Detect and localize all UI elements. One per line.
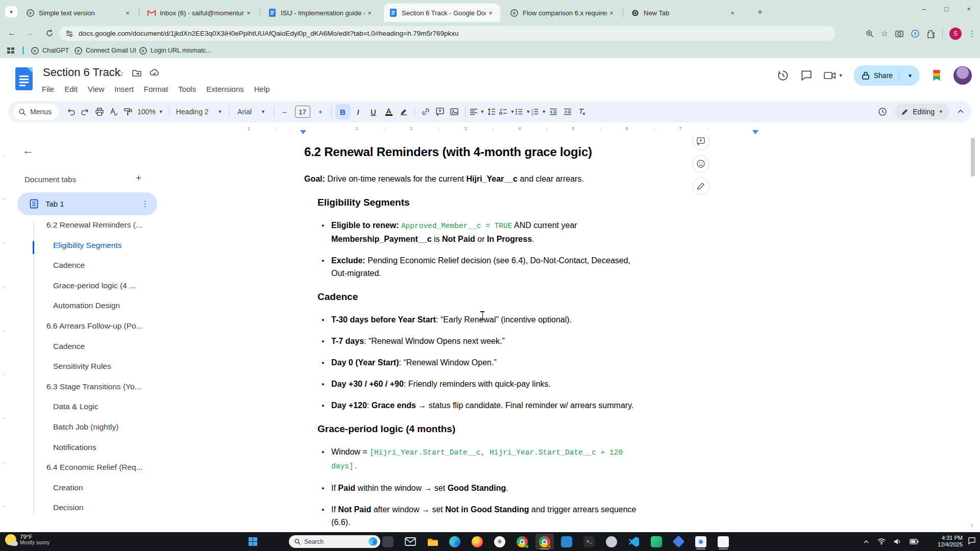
decrease-indent-button[interactable] (546, 105, 560, 119)
left-indent-marker[interactable] (300, 130, 306, 134)
outline-item-9[interactable]: 6.3 Stage Transitions (Yo... (46, 382, 141, 391)
add-comment-button[interactable] (433, 105, 447, 119)
outline-item-13[interactable]: 6.4 Economic Relief (Req... (46, 463, 143, 472)
insert-link-button[interactable] (419, 105, 433, 119)
colorful-ribbon-icon[interactable] (930, 69, 943, 82)
bulleted-list-button[interactable]: ▼ (514, 105, 530, 119)
menu-format[interactable]: Format (139, 83, 174, 95)
right-indent-marker[interactable] (752, 130, 758, 134)
browser-menu-kebab-icon[interactable]: ⋮ (968, 29, 976, 38)
activity-refresh-icon[interactable] (877, 107, 888, 117)
address-bar[interactable]: docs.google.com/document/d/1jkdXn2EE3q0X… (59, 26, 835, 41)
comments-icon[interactable] (800, 69, 813, 82)
tab-close-icon[interactable]: × (486, 8, 495, 17)
move-to-folder-icon[interactable] (132, 68, 142, 78)
hidden-icons-chevron[interactable] (863, 539, 869, 545)
numbered-list-button[interactable]: 123▼ (530, 105, 546, 119)
increase-indent-button[interactable] (560, 105, 575, 119)
weather-widget[interactable]: 79°F Mostly sunny (5, 534, 50, 545)
browser-tab-3[interactable]: ISIJ - Implementation guide - G× (263, 4, 379, 22)
add-comment-margin-button[interactable] (692, 135, 709, 150)
taskbar-app-green-icon[interactable] (647, 534, 666, 549)
meet-video-button[interactable]: ▼ (823, 69, 843, 82)
bold-button[interactable]: B (335, 104, 351, 119)
volume-icon[interactable] (894, 538, 901, 545)
window-minimize-button[interactable]: – (913, 0, 935, 17)
browser-tab-4[interactable]: Section 6 Track - Google Docs× (384, 4, 500, 22)
menus-search-button[interactable]: Menus (13, 104, 59, 120)
text-color-button[interactable]: A (381, 104, 397, 119)
taskbar-app-blue-icon[interactable] (557, 534, 576, 549)
apps-grid-icon[interactable] (7, 47, 14, 54)
browser-profile-avatar[interactable]: S (949, 28, 962, 40)
taskbar-app-gray-icon[interactable] (602, 534, 621, 549)
extensions-puzzle-icon[interactable] (926, 29, 936, 38)
tab-search-button[interactable]: ▾ (5, 6, 17, 17)
menu-edit[interactable]: Edit (59, 83, 83, 95)
collapse-panel-chevron-icon[interactable]: ‹ (970, 521, 973, 529)
underline-button[interactable]: U (366, 104, 381, 119)
line-spacing-button[interactable] (484, 105, 499, 119)
close-sidebar-arrow[interactable]: ← (22, 144, 34, 157)
font-size-input[interactable]: 17 (295, 106, 310, 118)
cloud-saved-icon[interactable] (149, 68, 160, 78)
outline-item-11[interactable]: Batch Job (nightly) (53, 422, 118, 432)
add-emoji-margin-button[interactable] (692, 155, 709, 172)
taskbar-terminal-icon[interactable]: >_ (580, 534, 598, 549)
print-button[interactable] (92, 105, 107, 119)
account-avatar[interactable] (953, 66, 972, 85)
italic-button[interactable]: I (351, 104, 366, 119)
tab-options-kebab-icon[interactable]: ⋮ (141, 199, 149, 209)
outline-item-3[interactable]: Cadence (53, 261, 85, 270)
taskbar-window-app-1-icon[interactable] (692, 534, 710, 549)
new-tab-button[interactable]: + (754, 7, 766, 18)
hide-menus-chevron-icon[interactable] (957, 108, 965, 116)
window-close-button[interactable]: × (958, 0, 980, 17)
styles-select[interactable]: Heading 2▼ (173, 105, 226, 119)
document-scrollbar[interactable] (971, 138, 975, 177)
tab-close-icon[interactable]: × (728, 8, 737, 17)
taskbar-app-diamond-icon[interactable] (669, 534, 688, 549)
battery-icon[interactable] (910, 539, 919, 544)
menu-insert[interactable]: Insert (109, 83, 139, 95)
start-button[interactable] (243, 534, 262, 549)
taskbar-chatgpt-icon[interactable]: ✳ (491, 534, 509, 549)
menu-help[interactable]: Help (249, 83, 275, 95)
tab-close-icon[interactable]: × (607, 8, 616, 17)
font-size-decrease-button[interactable]: – (278, 105, 292, 119)
reload-button[interactable] (43, 27, 56, 40)
clear-formatting-button[interactable] (575, 105, 589, 119)
taskbar-clock[interactable]: 4:31 PM 12/4/2025 (938, 535, 963, 548)
wifi-icon[interactable] (877, 538, 886, 545)
document-title[interactable]: Section 6 Track (43, 66, 120, 79)
taskbar-chrome-icon[interactable] (535, 534, 554, 549)
tab-close-icon[interactable]: × (123, 8, 132, 17)
add-tab-button[interactable]: + (136, 172, 141, 184)
outline-item-6[interactable]: 6.6 Arrears Follow-up (Po... (46, 321, 143, 331)
redo-button[interactable] (78, 105, 92, 119)
bookmark-item-1[interactable]: ✳ChatGPT (31, 45, 69, 56)
insert-image-button[interactable] (447, 105, 461, 119)
highlight-color-button[interactable] (397, 105, 411, 119)
menu-file[interactable]: File (37, 83, 59, 95)
zoom-select[interactable]: 100%▼ (135, 105, 165, 119)
extension-screenshot-icon[interactable] (895, 29, 904, 38)
suggest-edits-margin-button[interactable] (692, 178, 709, 195)
document-canvas[interactable]: 6.2 Renewal Reminders (with 4-month grac… (250, 135, 980, 532)
paint-format-icon[interactable] (121, 105, 135, 119)
editing-mode-select[interactable]: Editing ▼ (895, 104, 949, 120)
browser-tab-1[interactable]: ✳Simple text version× (21, 4, 137, 22)
outline-item-4[interactable]: Grace-period logic (4 ... (53, 281, 136, 290)
outline-item-10[interactable]: Data & Logic (53, 402, 99, 411)
undo-button[interactable] (64, 105, 78, 119)
window-maximize-button[interactable]: □ (935, 0, 958, 17)
version-history-icon[interactable] (776, 69, 790, 82)
star-document-icon[interactable]: ☆ (116, 68, 124, 79)
tab-close-icon[interactable]: × (244, 8, 253, 17)
outline-item-15[interactable]: Decision (53, 503, 83, 512)
bookmark-star-icon[interactable]: ☆ (881, 29, 888, 38)
bookmark-item-3[interactable]: ✳Login URL mismatc... (139, 45, 211, 56)
outline-item-2[interactable]: Eligibility Segments (53, 241, 121, 250)
spellcheck-button[interactable] (107, 105, 121, 119)
taskbar-vscode-icon[interactable] (625, 534, 643, 549)
